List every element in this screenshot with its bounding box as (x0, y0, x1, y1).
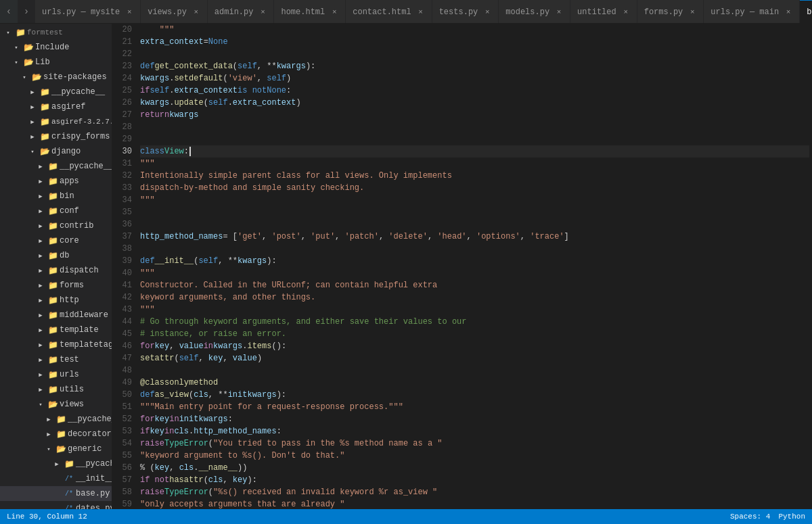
sidebar-item-pycache-generic[interactable]: ▶ 📁 __pycache__ (0, 456, 112, 471)
tab-base-py[interactable]: base.py × (800, 0, 812, 24)
tab-urls-mysite[interactable]: urls.py — mysite × (35, 0, 141, 24)
tab-close-urls-main[interactable]: × (783, 7, 794, 18)
file-py-icon: /* (64, 473, 74, 484)
sidebar-item-init-generic[interactable]: /* __init__.py (0, 471, 112, 486)
folder-icon: 📁 (39, 131, 50, 142)
code-line: kwargs.setdefault('view', self) (140, 72, 809, 85)
sidebar-item-utils[interactable]: ▶ 📁 utils (0, 382, 112, 397)
sidebar-item-include[interactable]: ▾ 📂 Include (0, 40, 112, 55)
spacer (51, 503, 62, 509)
tab-home-html[interactable]: home.html × (274, 0, 346, 24)
folder-icon: 📁 (47, 310, 58, 320)
tab-nav-right[interactable]: › (18, 0, 35, 23)
sidebar-item-views[interactable]: ▾ 📂 views (0, 397, 112, 412)
sidebar-item-label: __pycache__ (68, 414, 112, 424)
sidebar-item-middleware[interactable]: ▶ 📁 middleware (0, 308, 112, 323)
sidebar-item-forms[interactable]: ▶ 📁 forms (0, 278, 112, 293)
tab-nav-left[interactable]: ‹ (0, 0, 18, 23)
sidebar-item-label: asgiref (51, 102, 85, 112)
tab-close-tests-py[interactable]: × (482, 7, 493, 18)
sidebar-item-django[interactable]: ▾ 📂 django (0, 144, 112, 159)
folder-icon: 📁 (47, 280, 58, 291)
tab-contact-html[interactable]: contact.html × (346, 0, 432, 24)
tab-close-forms-py[interactable]: × (687, 7, 698, 18)
sidebar-item-formtest[interactable]: ▾ 📁 formtest (0, 25, 112, 40)
sidebar-item-bin[interactable]: ▶ 📁 bin (0, 189, 112, 204)
folder-icon: 📂 (55, 444, 66, 454)
sidebar-item-template[interactable]: ▶ 📁 template (0, 323, 112, 337)
tab-untitled[interactable]: untitled × (570, 0, 637, 24)
sidebar-item-urls[interactable]: ▶ 📁 urls (0, 367, 112, 382)
tab-tests-py[interactable]: tests.py × (432, 0, 499, 24)
sidebar-item-decorators[interactable]: ▶ 📁 decorators (0, 427, 112, 442)
sidebar-item-contrib[interactable]: ▶ 📁 contrib (0, 218, 112, 233)
sidebar-item-label: http (60, 295, 79, 305)
sidebar-item-asgiref-dist[interactable]: ▶ 📁 asgiref-3.2.7.dist-inf (0, 114, 112, 129)
arrow-icon: ▶ (51, 458, 62, 469)
tab-close-views-py[interactable]: × (191, 7, 202, 18)
sidebar-item-pycache-views[interactable]: ▶ 📁 __pycache__ (0, 412, 112, 427)
folder-icon: 📂 (39, 146, 50, 157)
sidebar-item-http[interactable]: ▶ 📁 http (0, 293, 112, 308)
indentation-info: Spaces: 4 (730, 513, 770, 521)
tab-close-home-html[interactable]: × (329, 7, 340, 18)
tab-forms-py[interactable]: forms.py × (637, 0, 704, 24)
arrow-icon: ▶ (35, 310, 46, 320)
sidebar-item-conf[interactable]: ▶ 📁 conf (0, 204, 112, 218)
arrow-icon: ▶ (27, 101, 38, 112)
sidebar-item-apps[interactable]: ▶ 📁 apps (0, 174, 112, 189)
code-line: def as_view(cls, **initkwargs): (140, 389, 809, 401)
sidebar-item-dispatch[interactable]: ▶ 📁 dispatch (0, 263, 112, 278)
sidebar-item-pycache-django[interactable]: ▶ 📁 __pycache__ (0, 159, 112, 174)
tab-close-models-py[interactable]: × (554, 7, 564, 18)
arrow-icon: ▶ (35, 369, 46, 380)
arrow-icon: ▶ (35, 235, 46, 246)
sidebar-item-test[interactable]: ▶ 📁 test (0, 352, 112, 367)
sidebar-item-site-packages[interactable]: ▾ 📂 site-packages (0, 70, 112, 85)
tab-close-admin-py[interactable]: × (257, 7, 268, 18)
status-right: Spaces: 4 Python (730, 513, 805, 521)
sidebar-item-asgiref[interactable]: ▶ 📁 asgiref (0, 99, 112, 114)
code-content[interactable]: """ extra_context = None def get_context… (137, 24, 812, 509)
sidebar-item-crispy-forms[interactable]: ▶ 📁 crispy_forms (0, 129, 112, 144)
sidebar-item-label: bin (60, 191, 74, 201)
folder-icon: 📁 (47, 295, 58, 306)
sidebar-item-label: Lib (35, 57, 50, 67)
tab-close-urls-mysite[interactable]: × (124, 7, 135, 18)
code-editor[interactable]: 20 21 22 23 24 25 26 27 28 29 30 31 32 3… (112, 24, 812, 509)
folder-icon: 📁 (55, 414, 66, 425)
sidebar-item-dates-py[interactable]: /* dates.py (0, 501, 112, 509)
arrow-icon: ▶ (27, 131, 38, 142)
tab-models-py[interactable]: models.py × (499, 0, 570, 24)
arrow-icon: ▾ (3, 27, 14, 38)
tab-label: forms.py (644, 7, 683, 17)
language-mode: Python (778, 513, 805, 521)
sidebar-item-label: apps (60, 176, 79, 186)
tab-views-py[interactable]: views.py × (141, 0, 208, 24)
sidebar-item-label: site-packages (43, 72, 107, 82)
sidebar-item-label: template (60, 325, 99, 335)
code-line: kwargs.update(self.extra_context) (140, 97, 809, 109)
code-line: if not hasattr(cls, key): (140, 474, 809, 486)
sidebar-item-label: middleware (60, 310, 108, 320)
arrow-icon: ▾ (11, 57, 22, 68)
sidebar-item-generic[interactable]: ▾ 📂 generic (0, 442, 112, 456)
sidebar-item-base-py[interactable]: /* base.py (0, 486, 112, 501)
code-line: """ (140, 267, 809, 279)
arrow-icon: ▶ (35, 250, 46, 261)
sidebar-item-core[interactable]: ▶ 📁 core (0, 233, 112, 248)
sidebar-item-label: crispy_forms (51, 132, 110, 141)
sidebar-item-pycache-sp[interactable]: ▶ 📁 __pycache__ (0, 85, 112, 99)
code-line: http_method_names = ['get', 'post', 'put… (140, 231, 809, 243)
tab-close-untitled[interactable]: × (621, 7, 631, 18)
code-line: def get_context_data(self, **kwargs): (140, 60, 809, 72)
sidebar-item-db[interactable]: ▶ 📁 db (0, 248, 112, 263)
folder-icon: 📁 (15, 27, 26, 38)
tab-close-contact-html[interactable]: × (415, 7, 426, 18)
sidebar-item-lib[interactable]: ▾ 📂 Lib (0, 55, 112, 70)
sidebar-item-templatetags[interactable]: ▶ 📁 templatetags (0, 337, 112, 352)
tab-urls-main[interactable]: urls.py — main × (704, 0, 800, 24)
tab-admin-py[interactable]: admin.py × (208, 0, 275, 24)
main-layout: ▾ 📁 formtest ▾ 📂 Include ▾ 📂 Lib ▾ 📂 sit… (0, 24, 812, 509)
arrow-icon: ▶ (35, 325, 46, 335)
